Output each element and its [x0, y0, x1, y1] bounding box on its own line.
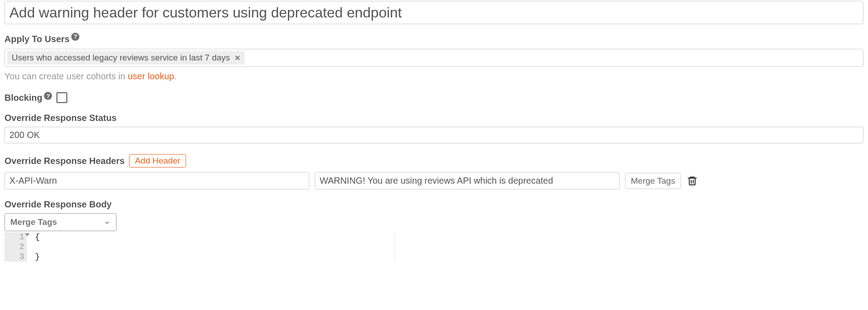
cohort-hint-suffix: . [174, 71, 177, 81]
user-lookup-link[interactable]: user lookup [128, 71, 174, 81]
cohort-hint: You can create user cohorts in user look… [4, 71, 864, 82]
code-line: { [35, 232, 864, 242]
add-header-button[interactable]: Add Header [129, 154, 186, 168]
editor-gutter: 1 2 3 [4, 232, 27, 262]
response-body-editor[interactable]: 1 2 3 { } [4, 232, 864, 262]
user-cohort-input[interactable]: Users who accessed legacy reviews servic… [4, 49, 864, 67]
header-key-input[interactable] [4, 172, 309, 189]
merge-tags-button[interactable]: Merge Tags [625, 173, 681, 189]
remove-chip-icon[interactable]: ✕ [234, 54, 240, 62]
line-number: 2 [19, 242, 24, 251]
apply-to-users-label-text: Apply To Users [4, 34, 69, 44]
merge-tags-select-text: Merge Tags [10, 217, 57, 227]
help-icon[interactable]: ? [44, 92, 52, 100]
cohort-hint-prefix: You can create user cohorts in [4, 71, 128, 81]
override-body-label: Override Response Body [4, 199, 112, 210]
override-status-input[interactable] [4, 127, 864, 143]
blocking-checkbox[interactable] [56, 92, 67, 103]
code-line [35, 242, 864, 252]
header-row: Merge Tags [4, 172, 864, 189]
merge-tags-select[interactable]: Merge Tags [4, 213, 117, 231]
rule-title-input[interactable] [4, 1, 864, 24]
line-number: 1 [19, 232, 24, 241]
override-headers-label: Override Response Headers [4, 156, 125, 166]
delete-header-icon[interactable] [686, 175, 698, 187]
blocking-label-text: Blocking [4, 93, 42, 103]
help-icon[interactable]: ? [71, 33, 79, 41]
editor-ruler [395, 232, 395, 262]
editor-code[interactable]: { } [27, 232, 864, 262]
user-cohort-chip: Users who accessed legacy reviews servic… [7, 51, 245, 65]
header-value-input[interactable] [315, 172, 620, 189]
user-cohort-chip-text: Users who accessed legacy reviews servic… [12, 53, 230, 63]
chevron-down-icon [104, 219, 111, 226]
code-line: } [35, 252, 864, 262]
line-number: 3 [19, 252, 24, 261]
blocking-label: Blocking ? [4, 93, 52, 103]
svg-rect-0 [689, 178, 695, 185]
override-status-label: Override Response Status [4, 113, 117, 123]
apply-to-users-label: Apply To Users ? [4, 34, 79, 44]
